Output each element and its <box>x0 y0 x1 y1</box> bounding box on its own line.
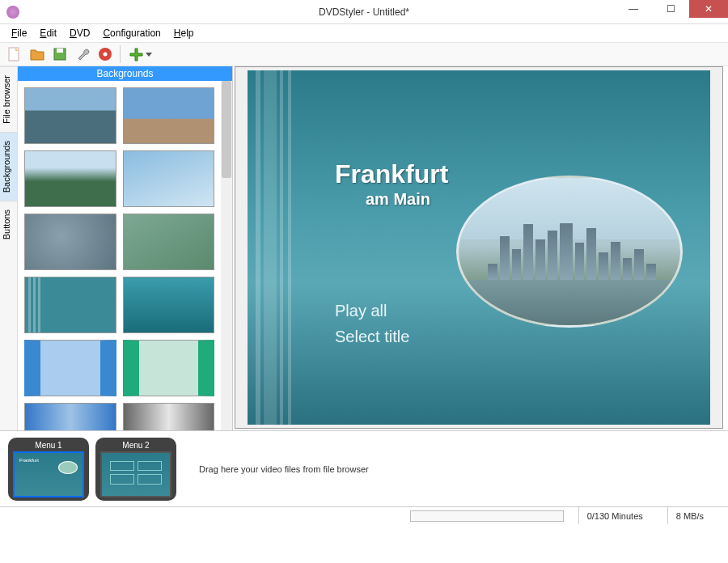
decor-stripes <box>248 70 296 425</box>
menu-title-text[interactable]: Frankfurt <box>335 159 448 189</box>
background-thumb[interactable] <box>123 150 215 207</box>
menu-image-frame[interactable] <box>456 176 683 328</box>
maximize-button[interactable]: ☐ <box>652 0 689 18</box>
new-icon <box>6 46 23 62</box>
menu-thumb-label: Menu 1 <box>13 441 84 450</box>
status-bitrate: 8 MB/s <box>667 507 728 524</box>
background-thumb[interactable] <box>24 150 116 207</box>
menu-thumb-2[interactable]: Menu 2 <box>95 438 176 501</box>
dvd-menu-preview[interactable]: Frankfurt am Main Play all Select title <box>248 70 710 425</box>
menu-configuration[interactable]: Configuration <box>98 26 165 40</box>
background-thumb[interactable] <box>123 277 215 333</box>
toolbar-separator <box>120 45 121 63</box>
background-thumb[interactable] <box>24 277 116 333</box>
window-title: DVDStyler - Untitled* <box>319 6 409 18</box>
menu-file[interactable]: File <box>6 26 32 40</box>
window-controls: — ☐ ✕ <box>615 0 728 23</box>
backgrounds-panel: Backgrounds <box>18 66 233 430</box>
dropdown-arrow-icon <box>146 51 152 57</box>
menu-dvd[interactable]: DVD <box>65 26 95 40</box>
select-title-button[interactable]: Select title <box>335 328 409 346</box>
workspace: File browser Backgrounds Buttons Backgro… <box>0 66 728 430</box>
burn-button[interactable] <box>95 44 115 64</box>
background-thumb[interactable] <box>123 340 215 396</box>
tab-buttons[interactable]: Buttons <box>0 201 17 248</box>
timeline[interactable]: Menu 1 Frankfurt Menu 2 Drag here your v… <box>0 430 728 506</box>
background-thumb[interactable] <box>24 214 116 270</box>
menu-thumb-label: Menu 2 <box>100 441 171 450</box>
tab-backgrounds[interactable]: Backgrounds <box>0 132 17 201</box>
background-thumb[interactable] <box>24 403 116 430</box>
burn-disc-icon <box>97 46 113 62</box>
scroll-thumb[interactable] <box>222 81 231 178</box>
canvas-area: Frankfurt am Main Play all Select title <box>235 66 723 429</box>
background-thumb[interactable] <box>123 87 215 144</box>
add-button[interactable] <box>125 44 154 64</box>
svg-point-4 <box>104 53 108 57</box>
minimize-button[interactable]: — <box>615 0 652 18</box>
background-thumb[interactable] <box>123 214 215 270</box>
new-button[interactable] <box>5 44 24 64</box>
plus-icon <box>128 46 144 62</box>
menu-edit[interactable]: Edit <box>35 26 61 40</box>
background-thumb[interactable] <box>123 403 215 430</box>
open-button[interactable] <box>28 44 47 64</box>
backgrounds-grid <box>18 81 221 430</box>
toolbar <box>0 42 728 66</box>
save-button[interactable] <box>50 44 70 64</box>
settings-button[interactable] <box>73 44 92 64</box>
play-all-button[interactable]: Play all <box>335 302 387 320</box>
status-minutes: 0/130 Minutes <box>578 507 667 524</box>
save-icon <box>52 46 68 62</box>
menu-help[interactable]: Help <box>169 26 199 40</box>
status-bar: 0/130 Minutes 8 MB/s <box>0 506 728 524</box>
side-tabs: File browser Backgrounds Buttons <box>0 66 18 430</box>
panel-header: Backgrounds <box>18 66 232 81</box>
background-thumb[interactable] <box>24 87 116 144</box>
title-bar: DVDStyler - Untitled* — ☐ ✕ <box>0 0 728 24</box>
progress-bar <box>410 510 564 522</box>
menu-bar: File Edit DVD Configuration Help <box>0 24 728 42</box>
timeline-hint: Drag here your video files from file bro… <box>199 464 369 474</box>
menu-thumb-1[interactable]: Menu 1 Frankfurt <box>8 438 89 501</box>
tab-file-browser[interactable]: File browser <box>0 66 17 132</box>
svg-rect-2 <box>57 49 63 53</box>
folder-open-icon <box>29 46 45 62</box>
panel-scrollbar[interactable] <box>221 81 232 430</box>
app-icon <box>6 6 19 19</box>
close-button[interactable]: ✕ <box>689 0 728 18</box>
wrench-icon <box>74 46 91 62</box>
background-thumb[interactable] <box>24 340 116 396</box>
menu-subtitle-text[interactable]: am Main <box>366 190 430 209</box>
